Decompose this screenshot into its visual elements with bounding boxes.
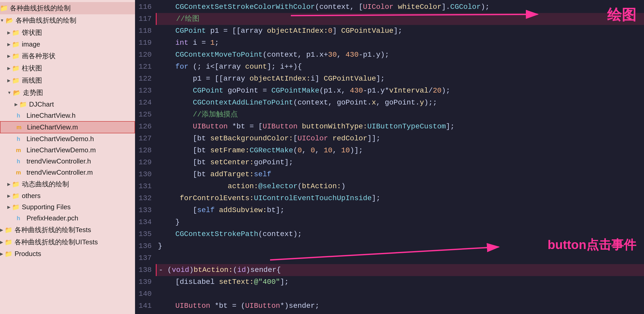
file-h-icon: h <box>15 112 22 120</box>
code-line-134: } <box>156 216 644 228</box>
file-h-icon: h <box>15 214 22 222</box>
folder-icon: 📁 <box>12 77 20 84</box>
file-m-icon: m <box>15 169 22 176</box>
sidebar-item-label: Supporting Files <box>22 203 71 211</box>
chevron-down-icon: ▼ <box>0 18 4 23</box>
sidebar-item-linechartview-h[interactable]: h LineChartView.h <box>0 110 135 121</box>
folder-icon: 📁 <box>12 52 20 60</box>
code-line-138: - (void)btAction:(id)sender{ <box>156 264 644 276</box>
folder-icon: 📁 <box>12 29 20 37</box>
sidebar-item-label: LineChartView.m <box>27 123 78 131</box>
code-line-128: [bt setFrame:CGRectMake(0, 0, 10, 10)]; <box>156 145 644 156</box>
sidebar-item-products[interactable]: ▶ 📁 Products <box>0 248 135 259</box>
sidebar-item-label: 画各种形状 <box>22 51 56 61</box>
sidebar-item-trendview-h[interactable]: h trendViewController.h <box>0 156 135 167</box>
folder-icon: 📁 <box>5 238 12 246</box>
code-line-140 <box>156 288 644 300</box>
code-line-126: UIButton *bt = [UIButton buttonWithType:… <box>156 121 644 133</box>
folder-icon: 📁 <box>12 192 20 200</box>
sidebar-item-label: trendViewController.m <box>26 168 93 176</box>
sidebar-item-huaxian[interactable]: ▶ 📁 画线图 <box>0 74 135 87</box>
folder-icon: 📁 <box>5 226 12 234</box>
code-line-117: //绘图 <box>156 13 644 25</box>
sidebar-item-bingzhuang[interactable]: ▶ 📁 饼状图 <box>0 27 135 39</box>
code-line-124: CGContextAddLineToPoint(context, goPoint… <box>156 97 644 109</box>
sidebar-item-label: PrefixHeader.pch <box>26 214 78 222</box>
chevron-down-icon: ▼ <box>7 90 11 95</box>
sidebar-item-huagezhong[interactable]: ▶ 📁 画各种形状 <box>0 50 135 62</box>
chevron-right-icon: ▶ <box>7 193 10 198</box>
code-line-122: p1 = [[array objectAtIndex:i] CGPointVal… <box>156 73 644 85</box>
code-line-118: CGPoint p1 = [[array objectAtIndex:0] CG… <box>156 25 644 37</box>
folder-open-icon: 📂 <box>6 17 14 24</box>
chevron-right-icon: ▶ <box>15 102 18 107</box>
sidebar-item-others[interactable]: ▶ 📁 others <box>0 190 135 201</box>
folder-icon: 📁 <box>5 250 12 258</box>
folder-icon: 📁 <box>12 64 20 72</box>
sidebar-item-linechartviewdemo-h[interactable]: h LineChartViewDemo.h <box>0 133 135 145</box>
sidebar-item-label: trendViewController.h <box>26 157 91 165</box>
sidebar-item-djchart[interactable]: ▶ 📁 DJChart <box>0 99 135 110</box>
sidebar-item-image[interactable]: ▶ 📁 image <box>0 39 135 50</box>
sidebar-item-zhuzhuang[interactable]: ▶ 📁 柱状图 <box>0 62 135 74</box>
folder-icon: 📁 <box>12 41 20 48</box>
sidebar-item-label: 各种曲线折线的绘制Tests <box>15 225 91 234</box>
sidebar: 📁 各种曲线折线的绘制 ▼ 📂 各种曲线折线的绘制 ▶ 📁 饼状图 ▶ 📁 im… <box>0 0 135 314</box>
chevron-right-icon: ▶ <box>7 42 10 47</box>
sidebar-item-prefixheader[interactable]: h PrefixHeader.pch <box>0 213 135 224</box>
code-line-119: int i = 1; <box>156 37 644 49</box>
folder-icon: 📁 <box>12 203 20 211</box>
sidebar-root-label: 各种曲线折线的绘制 <box>10 4 71 13</box>
sidebar-item-label: 动态曲线的绘制 <box>22 180 69 189</box>
code-line-120: CGContextMoveToPoint(context, p1.x+30, 4… <box>156 49 644 61</box>
sidebar-item-label: 各种曲线折线的绘制 <box>16 16 76 25</box>
code-line-142: popView.center = CGPointMake(bt.center.x… <box>156 312 644 314</box>
code-line-131: action:@selector(btAction:) <box>156 180 644 192</box>
code-line-127: [bt setBackgroundColor:[UIColor redColor… <box>156 133 644 145</box>
sidebar-item-trendview-m[interactable]: m trendViewController.m <box>0 167 135 178</box>
chevron-right-icon: ▶ <box>0 251 3 256</box>
code-line-129: [bt setCenter:goPoint]; <box>156 156 644 168</box>
chevron-right-icon: ▶ <box>7 182 10 187</box>
chevron-right-icon: ▶ <box>0 227 3 232</box>
folder-icon: 📁 <box>12 180 20 188</box>
sidebar-item-label: LineChartView.h <box>26 112 76 120</box>
code-line-137 <box>156 252 644 264</box>
code-line-141: UIButton *bt = (UIButton*)sender; <box>156 300 644 312</box>
sidebar-item-tests[interactable]: ▶ 📁 各种曲线折线的绘制Tests <box>0 224 135 236</box>
sidebar-item-linechartviewdemo-m[interactable]: m LineChartViewDemo.m <box>0 145 135 156</box>
chevron-right-icon: ▶ <box>7 54 10 58</box>
code-editor: 116 117 118 119 120 121 122 123 124 125 … <box>135 0 644 314</box>
folder-icon: 📁 <box>0 4 8 12</box>
sidebar-item-dongtai[interactable]: ▶ 📁 动态曲线的绘制 <box>0 178 135 190</box>
code-line-133: [self addSubview:bt]; <box>156 204 644 216</box>
code-line-123: CGPoint goPoint = CGPointMake(p1.x, 430-… <box>156 85 644 97</box>
sidebar-item-label: LineChartViewDemo.m <box>26 146 96 154</box>
sidebar-item-label: LineChartViewDemo.h <box>26 135 94 143</box>
sidebar-root-group[interactable]: 📁 各种曲线折线的绘制 <box>0 2 135 14</box>
code-line-121: for (; i<[array count]; i++){ <box>156 61 644 73</box>
sidebar-item-label: 画线图 <box>22 76 42 85</box>
file-m-icon: m <box>15 123 23 131</box>
chevron-right-icon: ▶ <box>7 30 10 35</box>
sidebar-item-zoushi[interactable]: ▼ 📂 走势图 <box>0 87 135 99</box>
file-h-icon: h <box>15 158 22 165</box>
chevron-right-icon: ▶ <box>0 240 3 245</box>
chevron-right-icon: ▶ <box>7 66 10 71</box>
code-text[interactable]: CGContextSetStrokeColorWithColor(context… <box>156 0 644 314</box>
sidebar-item-label: others <box>22 192 41 200</box>
sidebar-item-root-open[interactable]: ▼ 📂 各种曲线折线的绘制 <box>0 14 135 27</box>
folder-icon: 📁 <box>19 101 27 108</box>
code-line-130: [bt addTarget:self <box>156 168 644 180</box>
code-line-136: } <box>156 240 644 252</box>
sidebar-item-supporting[interactable]: ▶ 📁 Supporting Files <box>0 201 135 213</box>
sidebar-item-label: image <box>22 40 40 48</box>
sidebar-item-label: Products <box>15 250 41 258</box>
code-line-132: forControlEvents:UIControlEventTouchUpIn… <box>156 192 644 204</box>
sidebar-item-label: 饼状图 <box>22 28 42 37</box>
code-line-139: [disLabel setText:@"400"]; <box>156 276 644 288</box>
code-line-135: CGContextStrokePath(context); <box>156 228 644 240</box>
sidebar-item-uitests[interactable]: ▶ 📁 各种曲线折线的绘制UITests <box>0 236 135 248</box>
folder-open-icon: 📂 <box>13 89 21 97</box>
sidebar-item-linechartview-m[interactable]: m LineChartView.m <box>0 121 135 133</box>
